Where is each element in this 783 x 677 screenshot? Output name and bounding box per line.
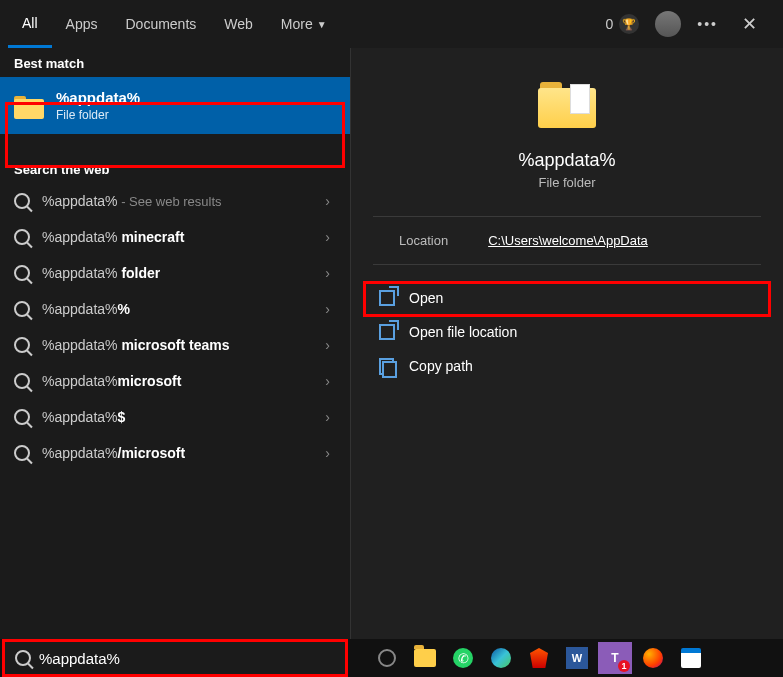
edge-button[interactable] (484, 642, 518, 674)
firefox-button[interactable] (636, 642, 670, 674)
web-result-item[interactable]: %appdata% minecraft› (0, 219, 350, 255)
file-explorer-icon (414, 649, 436, 667)
trophy-icon: 🏆 (619, 14, 639, 34)
tab-web[interactable]: Web (210, 0, 267, 48)
chevron-right-icon[interactable]: › (319, 337, 336, 353)
web-result-label: %appdata% folder (42, 265, 307, 281)
search-icon (14, 409, 30, 425)
rewards-points: 0 (605, 16, 613, 32)
open-file-location-action[interactable]: Open file location (363, 315, 771, 349)
open-location-label: Open file location (409, 324, 517, 340)
calendar-button[interactable] (674, 642, 708, 674)
teams-icon: T1 (598, 642, 632, 674)
cortana-icon (378, 649, 396, 667)
search-icon (14, 265, 30, 281)
brave-button[interactable] (522, 642, 556, 674)
more-options-button[interactable]: ••• (697, 16, 718, 32)
copy-path-label: Copy path (409, 358, 473, 374)
close-button[interactable]: ✕ (734, 9, 765, 39)
chevron-right-icon[interactable]: › (319, 193, 336, 209)
calendar-icon (681, 648, 701, 668)
search-icon (15, 650, 31, 666)
web-result-item[interactable]: %appdata%microsoft› (0, 363, 350, 399)
web-result-label: %appdata%% (42, 301, 307, 317)
bottom-bar: ✆ W T1 (0, 639, 783, 677)
open-icon (379, 290, 395, 306)
word-icon: W (566, 647, 588, 669)
preview-actions: Open Open file location Copy path (363, 281, 771, 383)
web-result-item[interactable]: %appdata% microsoft teams› (0, 327, 350, 363)
web-result-item[interactable]: %appdata% folder› (0, 255, 350, 291)
best-match-heading: Best match (0, 48, 350, 77)
search-input[interactable] (39, 642, 345, 674)
search-scope-tabs: All Apps Documents Web More ▼ (8, 0, 341, 48)
tab-more-label: More (281, 16, 313, 32)
chevron-right-icon[interactable]: › (319, 445, 336, 461)
top-right-controls: 0 🏆 ••• ✕ (605, 9, 775, 39)
whatsapp-icon: ✆ (453, 648, 473, 668)
search-icon (14, 301, 30, 317)
preview-panel: %appdata% File folder Location C:\Users\… (350, 48, 783, 639)
web-result-item[interactable]: %appdata%/microsoft› (0, 435, 350, 471)
teams-button[interactable]: T1 (598, 642, 632, 674)
whatsapp-button[interactable]: ✆ (446, 642, 480, 674)
highlight-annotation (363, 281, 771, 317)
rewards-indicator[interactable]: 0 🏆 (605, 14, 639, 34)
preview-subtitle: File folder (538, 175, 595, 190)
chevron-right-icon[interactable]: › (319, 301, 336, 317)
file-explorer-button[interactable] (408, 642, 442, 674)
web-result-label: %appdata% microsoft teams (42, 337, 307, 353)
chevron-right-icon[interactable]: › (319, 265, 336, 281)
taskbar: ✆ W T1 (350, 639, 783, 677)
copy-path-action[interactable]: Copy path (363, 349, 771, 383)
web-result-item[interactable]: %appdata%$› (0, 399, 350, 435)
brave-icon (530, 648, 548, 668)
teams-badge: 1 (618, 660, 630, 672)
search-icon (14, 337, 30, 353)
highlight-annotation (5, 102, 345, 168)
web-result-label: %appdata% minecraft (42, 229, 307, 245)
search-icon (14, 229, 30, 245)
top-bar: All Apps Documents Web More ▼ 0 🏆 ••• ✕ (0, 0, 783, 48)
chevron-right-icon[interactable]: › (319, 409, 336, 425)
edge-icon (491, 648, 511, 668)
tab-apps[interactable]: Apps (52, 0, 112, 48)
user-avatar[interactable] (655, 11, 681, 37)
search-icon (14, 445, 30, 461)
preview-title: %appdata% (518, 150, 615, 171)
cortana-button[interactable] (370, 642, 404, 674)
web-result-item[interactable]: %appdata% - See web results› (0, 183, 350, 219)
web-result-label: %appdata% - See web results (42, 193, 307, 209)
location-path-link[interactable]: C:\Users\welcome\AppData (488, 233, 648, 248)
chevron-right-icon[interactable]: › (319, 229, 336, 245)
tab-documents[interactable]: Documents (111, 0, 210, 48)
results-panel: Best match %appdata% File folder Search … (0, 48, 350, 639)
chevron-down-icon: ▼ (317, 19, 327, 30)
web-result-item[interactable]: %appdata%%› (0, 291, 350, 327)
search-icon (14, 373, 30, 389)
web-result-label: %appdata%microsoft (42, 373, 307, 389)
location-row: Location C:\Users\welcome\AppData (373, 217, 761, 265)
folder-icon-large (538, 78, 596, 128)
tab-all[interactable]: All (8, 0, 52, 48)
firefox-icon (643, 648, 663, 668)
search-box[interactable] (2, 639, 348, 677)
open-location-icon (379, 324, 395, 340)
web-result-label: %appdata%$ (42, 409, 307, 425)
word-button[interactable]: W (560, 642, 594, 674)
search-icon (14, 193, 30, 209)
copy-icon (379, 358, 395, 374)
chevron-right-icon[interactable]: › (319, 373, 336, 389)
location-label: Location (399, 233, 448, 248)
tab-more[interactable]: More ▼ (267, 0, 341, 48)
web-result-label: %appdata%/microsoft (42, 445, 307, 461)
